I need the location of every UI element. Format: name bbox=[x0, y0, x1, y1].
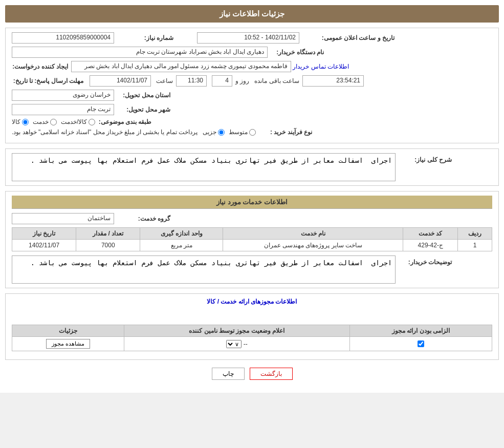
toseyh-row: توضیحات خریدار: bbox=[12, 255, 492, 284]
toseyh-label: توضیحات خریدار: bbox=[401, 255, 452, 266]
roz-value: 4 bbox=[212, 75, 232, 87]
table-row: 1 ج-42-429 ساخت سایر پروژه‌های مهندسی عم… bbox=[12, 240, 492, 251]
row-shahr: شهر محل تحویل: تربت جام bbox=[12, 104, 492, 115]
radio-kala: کالا bbox=[12, 118, 29, 125]
th-kod: کد خدمت bbox=[403, 228, 458, 240]
baghi-label: ساعت باقی مانده bbox=[254, 77, 299, 84]
radio-jozyi: جزیی bbox=[203, 129, 225, 136]
radio-jozyi-input[interactable] bbox=[218, 129, 225, 136]
kala-label: کالا bbox=[12, 118, 20, 125]
row-shomare-tarikh: تاریخ و ساعت اعلان عمومی: 1402/11/02 - 1… bbox=[12, 32, 492, 44]
tarikh-mohlat-group: 1402/11/07 مهلت ارسال پاسخ: تا تاریخ: bbox=[12, 75, 151, 87]
radio-khedmat: خدمت bbox=[33, 118, 57, 125]
sharh-koli-row: شرح کلی نیاز: bbox=[12, 153, 492, 181]
saat-value: 11:30 bbox=[176, 75, 207, 87]
th-vahed: واحد اندازه گیری bbox=[140, 228, 223, 240]
shomare-value: 1102095859000004 bbox=[12, 32, 114, 44]
noe-desc: پرداخت تمام یا بخشی از مبلغ خریداز محل "… bbox=[12, 129, 198, 136]
view-license-button[interactable]: مشاهده مجوز bbox=[46, 339, 90, 349]
th-aelam: اعلام وضعیت مجوز توسط نامین کننده bbox=[124, 325, 349, 337]
th-details: جزئیات bbox=[12, 325, 124, 337]
sharh-koli-label: شرح کلی نیاز: bbox=[401, 153, 452, 163]
radio-motavasset-input[interactable] bbox=[249, 129, 256, 136]
noe-label: نوع فرآیند خرید : bbox=[256, 129, 312, 136]
group-khedmat-row: گروه خدمت: ساختمان bbox=[12, 213, 492, 224]
roz-group: روز و 4 bbox=[212, 75, 249, 87]
th-elzami: الزامی بودن ارائه مجوز bbox=[349, 325, 492, 337]
ijad-value: فاطمه محمودی تیموری چشمه زرد مسئول امور … bbox=[71, 61, 291, 72]
motavasset-label: متوسط bbox=[229, 129, 248, 136]
row-tabaqe: طبقه بندی موضوعی: کالا/خدمت خدمت کالا bbox=[12, 118, 492, 125]
elzami-checkbox[interactable] bbox=[418, 340, 424, 347]
tabaqe-label: طبقه بندی موضوعی: bbox=[95, 118, 151, 125]
row-ijad: اطلاعات تماس خریدار فاطمه محمودی تیموری … bbox=[12, 61, 492, 72]
row-ostand: استان محل تحویل: خراسان رضوی bbox=[12, 90, 492, 101]
page-header: جزئیات اطلاعات نیاز bbox=[5, 5, 499, 23]
ostand-label: استان محل تحویل: bbox=[114, 92, 170, 99]
tarikh-value: 1402/11/02 - 10:52 bbox=[197, 32, 299, 44]
sharh-koli-section: شرح کلی نیاز: bbox=[5, 148, 499, 186]
baghi-value: 23:54:21 bbox=[302, 75, 364, 87]
ostand-value: خراسان رضوی bbox=[12, 90, 114, 101]
th-tedad: تعداد / مقدار bbox=[76, 228, 140, 240]
noe-radio-group: متوسط جزیی bbox=[203, 129, 256, 136]
print-button[interactable]: چاپ bbox=[212, 368, 245, 380]
row-mohlat: 23:54:21 ساعت باقی مانده روز و 4 11:30 س… bbox=[12, 75, 492, 87]
khadamat-title: اطلاعات خدمات مورد نیاز bbox=[12, 196, 492, 209]
namdastgah-value: دهیاری ایدال اباد بخش نصراباد شهرستان تر… bbox=[12, 47, 268, 58]
roz-label: روز و bbox=[235, 77, 249, 84]
radio-khedmat-input[interactable] bbox=[50, 119, 57, 125]
bottom-buttons: بازگشت چاپ bbox=[5, 368, 499, 380]
group-khedmat-value: ساختمان bbox=[12, 213, 114, 224]
list-item: -- ∨ مشاهده مجوز bbox=[12, 337, 492, 351]
back-button[interactable]: بازگشت bbox=[250, 368, 293, 380]
shomare-group: شماره نیاز: 1102095859000004 bbox=[12, 32, 177, 44]
shomare-label: شماره نیاز: bbox=[117, 34, 173, 41]
th-nam: نام خدمت bbox=[223, 228, 403, 240]
aelam-select[interactable]: ∨ bbox=[226, 340, 242, 348]
main-info-section: تاریخ و ساعت اعلان عمومی: 1402/11/02 - 1… bbox=[5, 28, 499, 143]
baghi-group: 23:54:21 ساعت باقی مانده bbox=[254, 75, 364, 87]
ijad-label: ایجاد کننده درخواست: bbox=[12, 63, 68, 70]
ijad-link[interactable]: اطلاعات تماس خریدار bbox=[293, 63, 349, 70]
shahr-value: تربت جام bbox=[12, 104, 114, 115]
mojouza-section: اطلاعات مجوزهای ارائه خدمت / کالا الزامی… bbox=[5, 293, 499, 360]
mohlat-label: مهلت ارسال پاسخ: تا تاریخ: bbox=[12, 77, 83, 84]
tarikh-group: تاریخ و ساعت اعلان عمومی: 1402/11/02 - 1… bbox=[197, 32, 398, 44]
khedmat-label: خدمت bbox=[33, 118, 49, 125]
tarikh-label: تاریخ و ساعت اعلان عمومی: bbox=[302, 34, 395, 41]
radio-kala-input[interactable] bbox=[22, 119, 29, 125]
tarikh-mohlat-value: 1402/11/07 bbox=[90, 75, 151, 87]
toseyh-textarea[interactable] bbox=[12, 255, 396, 284]
radio-motavasset: متوسط bbox=[229, 129, 256, 136]
namdastgah-label: نام دستگاه خریدار: bbox=[268, 49, 324, 56]
saat-label: ساعت bbox=[156, 77, 173, 84]
row-namdastgah: نام دستگاه خریدار: دهیاری ایدال اباد بخش… bbox=[12, 47, 492, 58]
group-khedmat-label: گروه خدمت: bbox=[114, 215, 170, 222]
khadamat-section: اطلاعات خدمات مورد نیاز گروه خدمت: ساختم… bbox=[5, 191, 499, 288]
radio-kala-khedmat-input[interactable] bbox=[89, 119, 95, 125]
shahr-label: شهر محل تحویل: bbox=[114, 106, 170, 113]
page-title: جزئیات اطلاعات نیاز bbox=[220, 9, 284, 18]
th-radif: ردیف bbox=[458, 228, 492, 240]
license-table: الزامی بودن ارائه مجوز اعلام وضعیت مجوز … bbox=[12, 325, 492, 351]
radio-kala-khedmat: کالا/خدمت bbox=[61, 118, 95, 125]
tabaqe-radio-group: کالا/خدمت خدمت کالا bbox=[12, 118, 95, 125]
kala-khedmat-label: کالا/خدمت bbox=[61, 118, 87, 125]
khadamat-table: ردیف کد خدمت نام خدمت واحد اندازه گیری ت… bbox=[12, 227, 492, 251]
mojouza-title: اطلاعات مجوزهای ارائه خدمت / کالا bbox=[12, 298, 492, 305]
th-tarikh: تاریخ نیاز bbox=[12, 228, 76, 240]
jozyi-label: جزیی bbox=[203, 129, 216, 136]
sharh-koli-textarea[interactable] bbox=[12, 153, 396, 181]
saat-group: 11:30 ساعت bbox=[156, 75, 207, 87]
row-noe: نوع فرآیند خرید : متوسط جزیی پرداخت تمام… bbox=[12, 129, 492, 136]
